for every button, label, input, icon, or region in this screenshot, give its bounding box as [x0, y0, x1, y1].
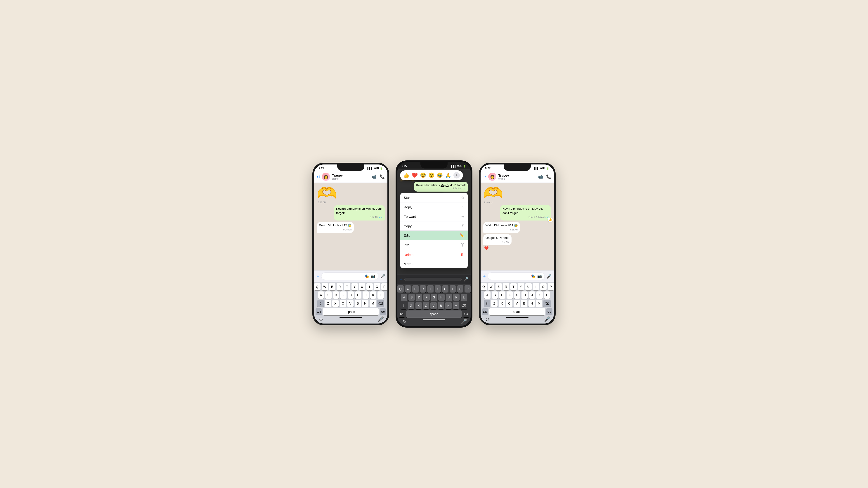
key-r-left[interactable]: R	[337, 283, 343, 290]
key-d-r[interactable]: D	[499, 291, 505, 299]
key-x-r[interactable]: X	[499, 300, 505, 307]
key-123-left[interactable]: 123	[315, 308, 322, 315]
key-shift-r[interactable]: ⇧	[484, 300, 490, 307]
key-c-m[interactable]: C	[423, 302, 429, 309]
add-attachment-icon-middle[interactable]: +	[400, 276, 403, 282]
key-a-m[interactable]: A	[401, 294, 407, 301]
key-z-left[interactable]: Z	[325, 300, 331, 307]
emoji-key-right[interactable]: ☺	[483, 316, 491, 322]
reaction-wow[interactable]: 😮	[428, 172, 434, 178]
key-a-left[interactable]: A	[318, 291, 324, 299]
key-r-r[interactable]: R	[503, 283, 509, 290]
key-w-left[interactable]: W	[322, 283, 328, 290]
key-u-r[interactable]: U	[525, 283, 532, 290]
key-123-m[interactable]: 123	[399, 311, 405, 318]
key-k-left[interactable]: K	[370, 291, 376, 299]
key-m-left[interactable]: M	[370, 300, 376, 307]
key-r-m[interactable]: R	[420, 285, 426, 293]
key-shift-left[interactable]: ⇧	[317, 300, 324, 307]
key-z-r[interactable]: Z	[491, 300, 498, 307]
key-b-m[interactable]: B	[438, 302, 444, 309]
mic-button-left[interactable]: 🎤	[380, 274, 385, 279]
key-123-r[interactable]: 123	[482, 308, 488, 315]
back-button-left[interactable]: ‹ 4	[317, 175, 320, 178]
key-b-r[interactable]: B	[521, 300, 527, 307]
message-input-middle[interactable]	[404, 278, 462, 281]
key-go-left[interactable]: Go	[380, 308, 386, 315]
key-g-m[interactable]: G	[431, 294, 437, 301]
ctx-item-edit[interactable]: Edit ✏️	[400, 231, 468, 240]
key-f-r[interactable]: F	[506, 291, 513, 299]
key-n-m[interactable]: N	[445, 302, 452, 309]
key-go-m[interactable]: Go	[463, 311, 469, 318]
key-o-left[interactable]: O	[374, 283, 380, 290]
message-input-right[interactable]: 🎭 📷	[488, 272, 545, 280]
add-attachment-icon-left[interactable]: +	[316, 273, 319, 279]
ctx-item-more[interactable]: More...	[400, 259, 468, 268]
key-h-r[interactable]: H	[522, 291, 528, 299]
mic-key-right[interactable]: 🎤	[543, 316, 551, 322]
key-p-r[interactable]: P	[548, 283, 554, 290]
add-attachment-icon-right[interactable]: +	[483, 273, 486, 279]
emoji-key-left[interactable]: ☺	[317, 316, 325, 322]
key-h-m[interactable]: H	[438, 294, 445, 301]
key-x-left[interactable]: X	[332, 300, 339, 307]
key-w-m[interactable]: W	[405, 285, 411, 293]
key-h-left[interactable]: H	[355, 291, 362, 299]
mic-key-left[interactable]: 🎤	[377, 316, 385, 322]
key-t-left[interactable]: T	[344, 283, 350, 290]
key-s-left[interactable]: S	[325, 291, 332, 299]
key-p-left[interactable]: P	[381, 283, 388, 290]
key-l-m[interactable]: L	[461, 294, 467, 301]
ctx-item-info[interactable]: Info ⓘ	[400, 240, 468, 250]
key-e-r[interactable]: E	[495, 283, 502, 290]
sticker-input-icon-left[interactable]: 🎭	[365, 274, 369, 278]
key-k-r[interactable]: K	[536, 291, 543, 299]
key-shift-m[interactable]: ⇧	[401, 302, 407, 309]
key-k-m[interactable]: K	[453, 294, 460, 301]
key-q-r[interactable]: Q	[480, 283, 487, 290]
key-j-m[interactable]: J	[446, 294, 452, 301]
key-f-m[interactable]: F	[423, 294, 430, 301]
ctx-item-reply[interactable]: Reply ↩	[400, 202, 468, 212]
key-d-left[interactable]: D	[333, 291, 339, 299]
key-l-left[interactable]: L	[377, 291, 384, 299]
key-t-m[interactable]: T	[427, 285, 434, 293]
key-s-r[interactable]: S	[492, 291, 498, 299]
ctx-item-copy[interactable]: Copy ⎘	[400, 221, 468, 231]
key-c-left[interactable]: C	[340, 300, 346, 307]
key-s-m[interactable]: S	[408, 294, 415, 301]
key-d-m[interactable]: D	[416, 294, 422, 301]
key-m-r[interactable]: M	[536, 300, 542, 307]
key-go-r[interactable]: Go	[546, 308, 553, 315]
key-i-m[interactable]: I	[450, 285, 456, 293]
mic-button-right[interactable]: 🎤	[547, 274, 552, 279]
key-b-left[interactable]: B	[355, 300, 361, 307]
key-y-left[interactable]: Y	[351, 283, 358, 290]
sticker-input-icon-right[interactable]: 🎭	[531, 274, 535, 278]
key-j-r[interactable]: J	[529, 291, 535, 299]
key-n-left[interactable]: N	[362, 300, 368, 307]
mic-button-middle[interactable]: 🎤	[463, 277, 468, 282]
emoji-key-middle[interactable]: ☺	[400, 319, 408, 324]
key-y-r[interactable]: Y	[518, 283, 524, 290]
back-button-right[interactable]: ‹ 4	[483, 175, 487, 178]
key-f-left[interactable]: F	[340, 291, 346, 299]
key-e-left[interactable]: E	[329, 283, 336, 290]
key-o-r[interactable]: O	[540, 283, 547, 290]
key-m-m[interactable]: M	[453, 302, 459, 309]
key-g-r[interactable]: G	[514, 291, 520, 299]
reaction-laugh[interactable]: 😂	[420, 172, 426, 178]
key-x-m[interactable]: X	[415, 302, 422, 309]
key-q-m[interactable]: Q	[397, 285, 404, 293]
key-z-m[interactable]: Z	[408, 302, 414, 309]
key-e-m[interactable]: E	[412, 285, 418, 293]
key-t-r[interactable]: T	[510, 283, 517, 290]
key-space-r[interactable]: space	[489, 308, 545, 315]
key-del-m[interactable]: ⌫	[460, 302, 467, 309]
key-v-left[interactable]: V	[347, 300, 353, 307]
video-call-icon-right[interactable]: 📹	[538, 174, 543, 179]
key-a-r[interactable]: A	[484, 291, 491, 299]
message-input-left[interactable]: 🎭 📷	[321, 272, 378, 280]
reaction-pray[interactable]: 🙏	[445, 172, 451, 178]
